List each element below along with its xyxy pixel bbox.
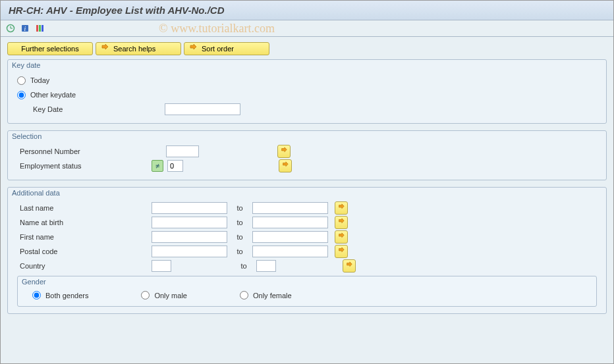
sort-order-label: Sort order bbox=[202, 45, 234, 53]
country-high-input[interactable] bbox=[256, 260, 276, 272]
selection-group: Selection Personnel Number Employment st… bbox=[7, 130, 607, 180]
lastname-multi-button[interactable] bbox=[335, 201, 348, 215]
gender-both-radio[interactable] bbox=[32, 291, 41, 299]
further-selections-button[interactable]: Further selections bbox=[7, 42, 93, 55]
arrow-right-icon bbox=[337, 218, 345, 227]
selection-title: Selection bbox=[8, 131, 606, 142]
firstname-low-input[interactable] bbox=[152, 231, 227, 243]
to-label: to bbox=[230, 233, 250, 241]
svg-text:i: i bbox=[24, 25, 26, 32]
gender-title: Gender bbox=[18, 276, 596, 287]
lastname-low-input[interactable] bbox=[152, 202, 227, 214]
keydate-field-label: Key Date bbox=[30, 105, 162, 113]
additional-title: Additional data bbox=[8, 188, 606, 198]
gender-male-radio[interactable] bbox=[141, 291, 150, 299]
postal-high-input[interactable] bbox=[252, 246, 328, 257]
not-equal-icon[interactable]: ≠ bbox=[152, 160, 163, 172]
nameatbirth-low-input[interactable] bbox=[152, 217, 227, 228]
sort-order-button[interactable]: Sort order bbox=[184, 42, 269, 55]
firstname-label: First name bbox=[17, 233, 149, 241]
gender-male-label: Only male bbox=[154, 292, 187, 299]
page-title: HR-CH: AHV - Employee List with AHV-No./… bbox=[1, 1, 613, 20]
arrow-right-icon bbox=[337, 203, 345, 213]
search-helps-button[interactable]: Search helps bbox=[96, 42, 181, 55]
today-radio[interactable] bbox=[17, 76, 26, 85]
info-icon[interactable]: i bbox=[19, 22, 31, 34]
arrow-right-icon bbox=[337, 232, 345, 242]
empstat-input[interactable] bbox=[167, 160, 183, 172]
to-label: to bbox=[230, 219, 250, 226]
lastname-label: Last name bbox=[17, 204, 149, 212]
gender-female-radio[interactable] bbox=[240, 291, 248, 299]
empstat-multi-button[interactable] bbox=[279, 159, 292, 172]
svg-rect-7 bbox=[42, 25, 43, 32]
svg-rect-5 bbox=[36, 25, 38, 32]
nameatbirth-high-input[interactable] bbox=[252, 217, 328, 228]
country-low-input[interactable] bbox=[152, 260, 171, 272]
to-label: to bbox=[234, 262, 254, 270]
country-multi-button[interactable] bbox=[343, 259, 356, 273]
arrow-right-icon bbox=[337, 247, 345, 256]
content-area: Further selections Search helps Sort ord… bbox=[1, 37, 613, 326]
lastname-high-input[interactable] bbox=[252, 202, 328, 214]
keydate-group: Key date Today Other keydate Key Date bbox=[7, 59, 607, 124]
pernr-multi-button[interactable] bbox=[277, 145, 291, 158]
arrow-right-icon bbox=[281, 161, 289, 170]
gender-both-label: Both genders bbox=[45, 292, 88, 299]
pernr-input[interactable] bbox=[166, 145, 199, 157]
nameatbirth-multi-button[interactable] bbox=[335, 216, 348, 229]
execute-icon[interactable] bbox=[5, 22, 16, 34]
app-toolbar: i bbox=[1, 20, 613, 37]
keydate-title: Key date bbox=[8, 60, 606, 70]
gender-female-label: Only female bbox=[253, 292, 292, 299]
empstat-label: Employment status bbox=[17, 162, 149, 170]
gender-group: Gender Both genders Only male Only femal… bbox=[17, 276, 597, 307]
to-label: to bbox=[230, 204, 250, 212]
keydate-input[interactable] bbox=[165, 103, 240, 115]
bars-icon[interactable] bbox=[34, 22, 45, 34]
postal-multi-button[interactable] bbox=[335, 245, 348, 258]
arrow-right-icon bbox=[100, 43, 109, 54]
country-label: Country bbox=[17, 262, 149, 270]
search-helps-label: Search helps bbox=[113, 45, 155, 53]
nameatbirth-label: Name at birth bbox=[17, 219, 149, 226]
arrow-right-icon bbox=[280, 147, 288, 156]
other-keydate-label: Other keydate bbox=[30, 91, 76, 99]
arrow-right-icon bbox=[345, 261, 353, 271]
additional-group: Additional data Last name to Name at bir… bbox=[7, 187, 607, 314]
arrow-right-icon bbox=[188, 43, 198, 54]
to-label: to bbox=[230, 247, 250, 255]
firstname-multi-button[interactable] bbox=[335, 230, 348, 244]
selection-buttons: Further selections Search helps Sort ord… bbox=[7, 42, 607, 55]
today-label: Today bbox=[30, 76, 49, 84]
firstname-high-input[interactable] bbox=[252, 231, 328, 243]
svg-rect-6 bbox=[39, 25, 41, 32]
pernr-label: Personnel Number bbox=[17, 147, 149, 155]
postal-label: Postal code bbox=[17, 247, 149, 255]
postal-low-input[interactable] bbox=[152, 246, 227, 257]
other-keydate-radio[interactable] bbox=[17, 91, 26, 99]
